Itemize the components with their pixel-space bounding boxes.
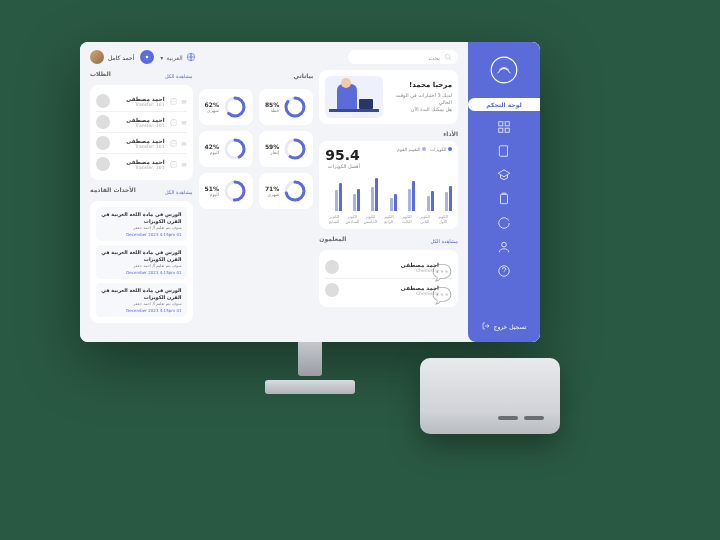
monitor-frame: لوحة التحكم تسجيل خروج بحث العربية ▾ <box>80 42 540 342</box>
svg-point-10 <box>146 56 149 59</box>
mail-icon[interactable]: ✉ <box>180 119 187 126</box>
teacher-avatar <box>325 283 339 297</box>
theme-toggle[interactable] <box>140 50 154 64</box>
welcome-line2: هل يمكنك البدء الآن <box>389 106 452 113</box>
question-icon[interactable] <box>496 263 512 279</box>
welcome-line1: لديك 3 اختبارات في الوقت الحالي <box>389 92 452 106</box>
language-label: العربية <box>166 54 182 61</box>
topbar: بحث العربية ▾ أحمد كامل <box>90 50 458 64</box>
welcome-title: مرحبا محمد! <box>389 81 452 89</box>
clipboard-icon[interactable] <box>496 191 512 207</box>
content-grid: مرحبا محمد! لديك 3 اختبارات في الوقت الح… <box>90 70 458 334</box>
kpi-value: 95.4 <box>325 147 360 163</box>
user-name: أحمد كامل <box>108 54 134 61</box>
teachers-link[interactable]: مشاهدة الكل <box>430 238 458 244</box>
svg-rect-3 <box>499 128 503 132</box>
grid-icon[interactable] <box>496 119 512 135</box>
user-icon[interactable] <box>496 239 512 255</box>
refresh-icon[interactable] <box>496 215 512 231</box>
bar-chart: الكويز الأولالكويز الثانيالكويز الثالثال… <box>325 175 452 223</box>
student-row[interactable]: ✉💬احمد مصطفىTransfer: 101 <box>96 154 187 174</box>
avatar <box>90 50 104 64</box>
svg-rect-4 <box>505 128 509 132</box>
sidebar: لوحة التحكم تسجيل خروج <box>468 42 540 342</box>
teacher-row[interactable]: 💬احمد مصطفىChemistry <box>325 279 452 301</box>
language-selector[interactable]: العربية ▾ <box>160 52 195 62</box>
teacher-avatar <box>325 260 339 274</box>
teacher-row[interactable]: 💬احمد مصطفىChemistry <box>325 256 452 279</box>
event-item[interactable]: الورس في مادة اللغة العربية في القرن الك… <box>96 245 187 279</box>
graduation-icon[interactable] <box>496 167 512 183</box>
svg-rect-5 <box>501 194 508 203</box>
column-middle: بياناتي 85%خطة62%شهري59%إنجاز42%اليوم71%… <box>199 70 314 334</box>
stats-grid: 85%خطة62%شهري59%إنجاز42%اليوم71%شهري51%ا… <box>199 89 314 209</box>
svg-point-0 <box>491 57 517 83</box>
kpi-label: أفضل الكويزات <box>325 163 360 169</box>
events-section: مشاهدة الكل الأحداث القادمة الورس في ماد… <box>90 186 193 323</box>
svg-point-12 <box>286 98 304 116</box>
stat-donut: 62%شهري <box>199 89 253 125</box>
teachers-section: مشاهدة الكل المعلمون 💬احمد مصطفىChemistr… <box>319 235 458 307</box>
stat-donut: 71%شهري <box>259 173 313 209</box>
sidebar-nav <box>468 119 540 279</box>
students-section: مشاهدة الكل الطلاب ✉💬احمد مصطفىTransfer:… <box>90 70 193 180</box>
mail-icon[interactable]: ✉ <box>180 98 187 105</box>
chevron-down-icon: ▾ <box>160 54 163 61</box>
main-content: بحث العربية ▾ أحمد كامل مرحبا محمد! لديك… <box>80 42 468 342</box>
svg-point-6 <box>502 242 507 247</box>
student-row[interactable]: ✉💬احمد مصطفىTransfer: 101 <box>96 133 187 154</box>
sun-icon <box>143 53 151 61</box>
stats-title: بياناتي <box>199 72 314 79</box>
teachers-title: المعلمون <box>319 235 346 242</box>
search-icon <box>444 53 452 61</box>
student-row[interactable]: ✉💬احمد مصطفىTransfer: 101 <box>96 91 187 112</box>
events-link[interactable]: مشاهدة الكل <box>165 189 193 195</box>
chat-icon[interactable]: 💬 <box>170 119 177 126</box>
event-item[interactable]: الورس في مادة اللغة العربية في القرن الك… <box>96 283 187 317</box>
stat-donut: 85%خطة <box>259 89 313 125</box>
search-placeholder: بحث <box>429 54 440 61</box>
svg-rect-2 <box>505 122 509 126</box>
chart-legend: الكويزات التقييم القوم <box>397 147 452 152</box>
monitor-stand <box>265 342 355 394</box>
stat-donut: 42%اليوم <box>199 131 253 167</box>
students-title: الطلاب <box>90 70 111 77</box>
student-avatar <box>96 94 110 108</box>
mail-icon[interactable]: ✉ <box>180 161 187 168</box>
logo <box>486 52 522 88</box>
welcome-illustration <box>325 76 383 118</box>
student-avatar <box>96 115 110 129</box>
app-screen: لوحة التحكم تسجيل خروج بحث العربية ▾ <box>80 42 540 342</box>
student-row[interactable]: ✉💬احمد مصطفىTransfer: 101 <box>96 112 187 133</box>
logout-button[interactable]: تسجيل خروج <box>468 322 540 330</box>
logout-icon <box>482 322 490 330</box>
welcome-card: مرحبا محمد! لديك 3 اختبارات في الوقت الح… <box>319 70 458 124</box>
svg-point-8 <box>445 54 450 59</box>
stat-donut: 59%إنجاز <box>259 131 313 167</box>
book-icon[interactable] <box>496 143 512 159</box>
stat-donut: 51%اليوم <box>199 173 253 209</box>
mail-icon[interactable]: ✉ <box>180 140 187 147</box>
column-left: مشاهدة الكل الطلاب ✉💬احمد مصطفىTransfer:… <box>90 70 193 334</box>
chat-icon[interactable]: 💬 <box>444 263 452 271</box>
user-menu[interactable]: أحمد كامل <box>90 50 134 64</box>
logout-label: تسجيل خروج <box>494 323 527 330</box>
performance-title: الأداء <box>319 130 458 137</box>
student-avatar <box>96 157 110 171</box>
sidebar-active-item[interactable]: لوحة التحكم <box>468 98 540 111</box>
globe-icon <box>186 52 196 62</box>
chat-icon[interactable]: 💬 <box>170 98 177 105</box>
performance-section: الأداء الكويزات التقييم القوم 95.4 أفضل … <box>319 130 458 229</box>
svg-rect-1 <box>499 122 503 126</box>
chat-icon[interactable]: 💬 <box>444 286 452 294</box>
events-title: الأحداث القادمة <box>90 186 136 193</box>
event-item[interactable]: الورس في مادة اللغة العربية في القرن الك… <box>96 207 187 241</box>
chat-icon[interactable]: 💬 <box>170 161 177 168</box>
column-right: مرحبا محمد! لديك 3 اختبارات في الوقت الح… <box>319 70 458 334</box>
student-avatar <box>96 136 110 150</box>
mac-studio-device <box>420 358 560 434</box>
search-input[interactable]: بحث <box>348 50 458 64</box>
students-link[interactable]: مشاهدة الكل <box>165 73 193 79</box>
chat-icon[interactable]: 💬 <box>170 140 177 147</box>
